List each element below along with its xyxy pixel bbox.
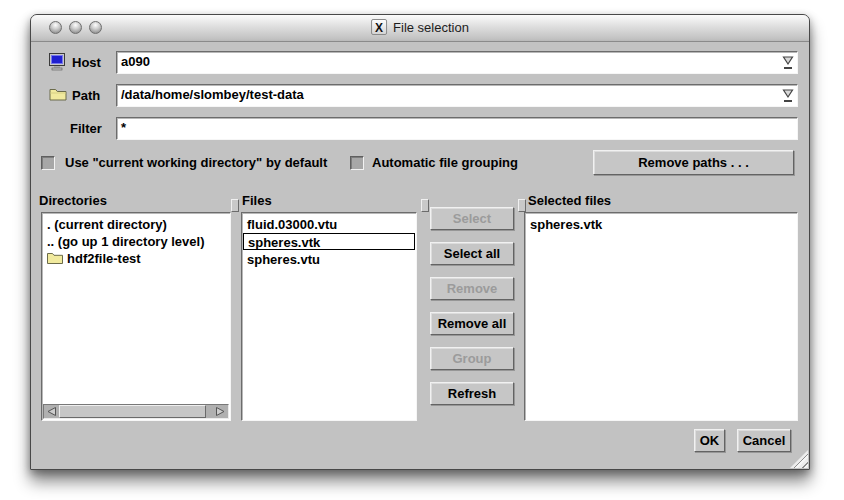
files-panel-label: Files [242,193,272,208]
splitter-handle[interactable] [231,199,239,212]
cancel-button[interactable]: Cancel [737,429,791,452]
refresh-button[interactable]: Refresh [430,382,514,405]
splitter-handle[interactable] [518,199,526,212]
list-item[interactable]: spheres.vtk [526,216,796,233]
computer-icon [49,53,68,75]
window-minimize-button[interactable] [69,21,82,34]
scroll-left-icon[interactable] [44,405,59,418]
group-button[interactable]: Group [430,347,514,370]
auto-grouping-label: Automatic file grouping [372,154,518,172]
use-cwd-checkbox[interactable] [41,156,55,170]
filter-input[interactable]: * [116,117,798,140]
filter-label: Filter [70,119,102,139]
x11-app-icon: X [371,19,387,35]
selected-files-panel-label: Selected files [528,193,611,208]
selected-files-list[interactable]: spheres.vtk [524,212,798,421]
path-label: Path [72,86,100,106]
list-item-selected[interactable]: spheres.vtk [243,233,415,250]
list-item[interactable]: fluid.03000.vtu [243,216,415,233]
scroll-right-icon[interactable] [213,405,228,418]
selected-file-name: spheres.vtk [530,217,602,232]
path-input[interactable]: /data/home/slombey/test-data [116,84,798,107]
file-name: spheres.vtu [247,252,320,267]
directory-name: hdf2file-test [67,251,141,266]
list-item[interactable]: . (current directory) [43,216,229,233]
files-list[interactable]: fluid.03000.vtu spheres.vtk spheres.vtu [241,212,417,421]
select-all-button[interactable]: Select all [430,242,514,265]
auto-grouping-checkbox[interactable] [350,156,364,170]
directories-list[interactable]: . (current directory) .. (go up 1 direct… [41,212,231,421]
window-title: File selection [393,20,469,35]
file-name: spheres.vtk [248,235,320,250]
filter-value: * [121,120,126,135]
splitter-handle[interactable] [421,199,429,212]
list-item[interactable]: .. (go up 1 directory level) [43,233,229,250]
desktop-background: X File selection Host a090 [0,0,844,500]
remove-all-button[interactable]: Remove all [430,312,514,335]
select-button[interactable]: Select [430,207,514,230]
ok-button[interactable]: OK [694,429,725,452]
path-value: /data/home/slombey/test-data [121,87,304,102]
remove-paths-button[interactable]: Remove paths . . . [593,150,794,175]
path-dropdown-icon[interactable] [781,88,795,104]
directory-name: . (current directory) [47,217,167,232]
window-title-group: X File selection [371,19,469,35]
titlebar[interactable]: X File selection [31,15,809,42]
scrollbar-thumb[interactable] [59,405,206,418]
folder-icon [47,251,63,267]
window-zoom-button[interactable] [89,21,102,34]
host-label: Host [72,53,101,73]
file-name: fluid.03000.vtu [247,217,337,232]
list-item[interactable]: spheres.vtu [243,251,415,268]
host-input[interactable]: a090 [116,51,798,74]
use-cwd-label: Use "current working directory" by defau… [65,154,327,172]
directory-name: .. (go up 1 directory level) [47,234,204,249]
resize-grip[interactable] [790,450,808,468]
file-selection-window: X File selection Host a090 [30,14,810,470]
folder-icon [49,87,67,105]
host-dropdown-icon[interactable] [781,55,795,71]
window-close-button[interactable] [49,21,62,34]
directories-panel-label: Directories [39,193,107,208]
host-value: a090 [121,54,150,69]
remove-button[interactable]: Remove [430,277,514,300]
horizontal-scrollbar[interactable] [43,404,229,419]
list-item[interactable]: hdf2file-test [43,250,229,267]
